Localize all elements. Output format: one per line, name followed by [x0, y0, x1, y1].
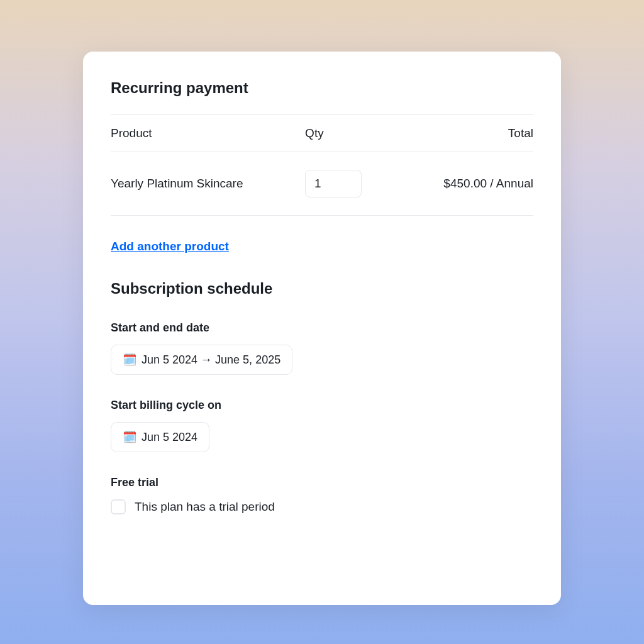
- column-product: Product: [111, 126, 305, 140]
- recurring-payment-title: Recurring payment: [111, 79, 533, 97]
- billing-cycle-date-picker[interactable]: 🗓️ Jun 5 2024: [111, 422, 209, 452]
- start-end-date-label: Start and end date: [111, 321, 533, 335]
- trial-checkbox[interactable]: [111, 499, 126, 514]
- add-another-product-link[interactable]: Add another product: [111, 240, 229, 253]
- start-end-date-value: Jun 5 2024 → June 5, 2025: [142, 353, 280, 367]
- column-qty: Qty: [305, 126, 381, 140]
- table-row: Yearly Platinum Skincare $450.00 / Annua…: [111, 152, 533, 216]
- subscription-schedule-title: Subscription schedule: [111, 280, 533, 297]
- billing-cycle-value: Jun 5 2024: [142, 431, 197, 444]
- column-total: Total: [381, 126, 533, 140]
- free-trial-label: Free trial: [111, 476, 533, 489]
- start-end-date-picker[interactable]: 🗓️ Jun 5 2024 → June 5, 2025: [111, 345, 292, 375]
- product-total: $450.00 / Annual: [381, 177, 533, 191]
- page-background: Recurring payment Product Qty Total Year…: [0, 0, 644, 644]
- trial-checkbox-label: This plan has a trial period: [135, 500, 275, 514]
- table-header: Product Qty Total: [111, 114, 533, 152]
- quantity-input[interactable]: [305, 170, 362, 197]
- billing-cycle-label: Start billing cycle on: [111, 399, 533, 412]
- payment-card: Recurring payment Product Qty Total Year…: [83, 52, 561, 605]
- start-end-date-field: Start and end date 🗓️ Jun 5 2024 → June …: [111, 321, 533, 375]
- product-name: Yearly Platinum Skincare: [111, 177, 305, 191]
- qty-cell: [305, 170, 381, 197]
- calendar-icon: 🗓️: [123, 353, 136, 367]
- billing-cycle-field: Start billing cycle on 🗓️ Jun 5 2024: [111, 399, 533, 452]
- trial-checkbox-row: This plan has a trial period: [111, 499, 533, 514]
- calendar-icon: 🗓️: [123, 430, 136, 444]
- free-trial-field: Free trial This plan has a trial period: [111, 476, 533, 514]
